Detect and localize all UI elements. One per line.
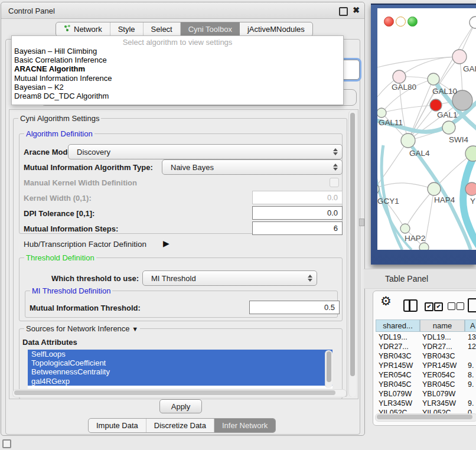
algorithm-option[interactable]: Bayesian – Hill Climbing <box>12 47 343 56</box>
aracne-mode-combo[interactable]: Discovery <box>68 144 343 159</box>
tab-cyni-toolbox[interactable]: Cyni Toolbox <box>181 22 240 36</box>
network-graph <box>377 8 476 250</box>
expand-arrow-icon[interactable]: ▶ <box>163 239 169 248</box>
cell-shared-name: YDL19... <box>379 333 407 341</box>
node-gal1[interactable] <box>442 121 455 134</box>
cell-shared-name: YDR27... <box>379 343 409 351</box>
split-columns-icon[interactable] <box>403 299 418 312</box>
cell-value: 12 <box>468 343 476 351</box>
cell-value: 9. <box>468 399 474 407</box>
algorithm-option[interactable]: Mutual Information Inference <box>12 74 343 83</box>
window-minimize-icon[interactable] <box>396 17 406 27</box>
window-zoom-icon[interactable] <box>407 17 418 27</box>
mi-threshold-field[interactable]: 0.5 <box>249 301 340 314</box>
settings-vertical-scrollbar[interactable] <box>348 110 356 397</box>
table-panel-container: ⚙ ✔ ✔ shared... name A YDL19... YDL19...… <box>373 291 476 426</box>
algorithm-option[interactable]: Dream8 DC_TDC Algorithm <box>12 92 343 100</box>
node-hap2[interactable] <box>400 224 410 233</box>
network-canvas[interactable]: GAL GAL80 GAL10 GAL11 GAL1 SWI4 GAL4 GCY… <box>377 8 476 250</box>
manual-kernel-checkbox[interactable] <box>330 178 339 187</box>
node-label: HAP2 <box>405 234 425 243</box>
node-label: GAL <box>463 64 476 73</box>
node-label: SWI4 <box>449 135 468 144</box>
apply-button[interactable]: Apply <box>159 399 202 413</box>
sources-group-title: Sources for Network Inference ▼ <box>24 324 140 333</box>
list-item[interactable]: TopologicalCoefficient <box>28 358 332 367</box>
algorithm-option[interactable]: Basic Correlation Inference <box>12 56 343 64</box>
kernel-width-field[interactable]: 0.0 <box>252 191 343 204</box>
cell-shared-name: YLR345W <box>379 399 412 407</box>
node-label: HAP4 <box>434 195 455 204</box>
tab-jactivemnodules[interactable]: jActiveMNodules <box>240 22 312 36</box>
close-icon[interactable]: ✖ <box>353 5 360 15</box>
mi-type-combo[interactable]: Naive Bayes <box>162 159 343 175</box>
manual-kernel-label: Manual Kernel Width Definition <box>24 178 137 187</box>
hub-section-label[interactable]: Hub/Transcription Factor Definition <box>24 240 146 249</box>
tab-network[interactable]: Network <box>56 22 110 36</box>
column-header-shared[interactable]: shared... <box>376 319 420 332</box>
tab-style-label: Style <box>118 25 135 34</box>
tab-impute-data-label: Impute Data <box>96 421 138 430</box>
control-panel: Control Panel ✖ Network Style Select C <box>1 2 365 436</box>
node-label: Y <box>470 197 475 206</box>
node-green-right[interactable] <box>465 146 476 161</box>
node-gal-pink[interactable] <box>452 50 467 64</box>
gear-icon[interactable]: ⚙ <box>380 294 392 308</box>
network-tab-icon <box>64 25 71 34</box>
document-icon[interactable] <box>468 298 476 312</box>
aracne-mode-value: Discovery <box>69 148 332 156</box>
window-close-icon[interactable] <box>384 17 394 27</box>
algorithm-option[interactable]: Bayesian – K2 <box>12 83 343 92</box>
checked-checkbox-icon[interactable]: ✔ <box>425 302 433 311</box>
float-window-icon[interactable] <box>339 7 348 16</box>
node-label: GAL1 <box>437 110 458 119</box>
cell-name: YPR145W <box>422 361 457 370</box>
tab-discretize-data-label: Discretize Data <box>154 421 206 430</box>
node-gal4[interactable] <box>401 133 415 148</box>
dpi-tolerance-label: DPI Tolerance [0,1]: <box>24 209 94 218</box>
cell-name: YBR045C <box>422 380 455 389</box>
node-y-pink[interactable] <box>465 182 476 195</box>
unchecked-checkbox-icon[interactable] <box>457 302 464 310</box>
column-header-name[interactable]: name <box>420 319 465 332</box>
tab-discretize-data[interactable]: Discretize Data <box>146 419 214 432</box>
unchecked-checkbox-icon[interactable] <box>448 302 455 310</box>
column-header-partial[interactable]: A <box>465 319 476 332</box>
tab-style[interactable]: Style <box>110 22 144 36</box>
collapse-arrow-icon[interactable]: ▼ <box>132 325 138 332</box>
list-item[interactable]: gal4RGexp <box>28 377 332 386</box>
tab-select[interactable]: Select <box>144 22 181 36</box>
data-attributes-label: Data Attributes <box>22 338 77 347</box>
cell-value: 8. <box>468 371 474 379</box>
dpi-tolerance-field[interactable]: 0.0 <box>252 206 343 220</box>
node-gal80[interactable] <box>393 70 406 83</box>
table-horizontal-scrollbar[interactable] <box>375 413 476 422</box>
node-label: GAL80 <box>392 83 416 92</box>
list-item[interactable]: BetweennessCentrality <box>28 367 332 376</box>
cyni-algorithm-settings-title: Cyni Algorithm Settings <box>18 114 101 123</box>
table-panel-title: Table Panel <box>385 274 428 283</box>
checked-checkbox-icon[interactable]: ✔ <box>434 302 443 311</box>
list-scrollbar[interactable] <box>325 350 332 388</box>
mi-type-label: Mutual Information Algorithm Type: <box>24 163 153 172</box>
tab-infer-network-label: Infer Network <box>222 421 268 430</box>
node-red[interactable] <box>430 99 442 111</box>
minimized-panel-icon[interactable] <box>2 439 11 448</box>
node-gal11[interactable] <box>377 108 386 118</box>
tab-impute-data[interactable]: Impute Data <box>89 419 146 432</box>
algorithm-option-selected[interactable]: ARACNE Algorithm <box>12 64 343 73</box>
node-gal10[interactable] <box>428 73 439 85</box>
spinner-arrows-icon <box>307 275 313 282</box>
control-panel-titlebar: Control Panel ✖ <box>1 2 364 19</box>
tab-infer-network[interactable]: Infer Network <box>214 419 275 432</box>
data-attributes-list: SelfLoops TopologicalCoefficient Between… <box>28 350 332 389</box>
node-hap4[interactable] <box>428 182 441 195</box>
list-item[interactable]: SelfLoops <box>28 350 332 358</box>
panel-splitter-grip[interactable] <box>359 219 364 226</box>
node-partial[interactable] <box>470 17 476 28</box>
which-threshold-combo[interactable]: MI Threshold <box>142 270 317 286</box>
settings-horizontal-scrollbar[interactable] <box>12 389 347 397</box>
tab-select-label: Select <box>151 25 172 34</box>
mi-steps-field[interactable]: 6 <box>252 221 343 235</box>
node-bottom[interactable] <box>419 243 429 250</box>
